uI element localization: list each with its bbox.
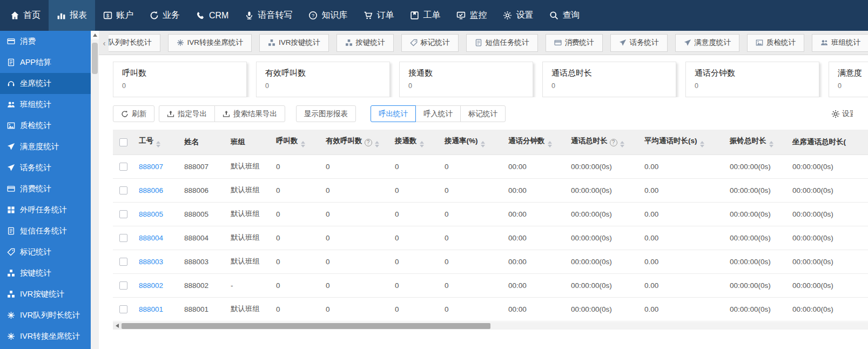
nav-item-orders[interactable]: 订单 — [355, 0, 402, 31]
cell-avg_duration: 0.00 — [640, 202, 725, 226]
sidebar-item-agent-stats[interactable]: 坐席统计 — [0, 73, 91, 94]
sort-control[interactable] — [481, 141, 485, 147]
agent-id-link[interactable]: 888007 — [139, 163, 163, 171]
nav-item-label: 语音转写 — [258, 10, 292, 21]
export-assigned-button[interactable]: 指定导出 — [159, 105, 215, 122]
table-settings-label: 设置 — [842, 109, 853, 119]
agent-id-link[interactable]: 888005 — [139, 210, 163, 218]
select-all-checkbox[interactable] — [119, 138, 127, 146]
sort-control[interactable] — [769, 141, 773, 147]
agent-id-link[interactable]: 888006 — [139, 186, 163, 194]
horizontal-scrollbar[interactable] — [113, 322, 868, 330]
row-checkbox[interactable] — [119, 305, 127, 313]
row-checkbox[interactable] — [119, 186, 127, 194]
scroll-up-button[interactable] — [91, 31, 99, 39]
view-tab-inbound[interactable]: 呼入统计 — [415, 105, 461, 122]
column-header-team: 班组 — [226, 130, 272, 155]
tab-ivr-transfer-agent[interactable]: IVR转接坐席统计 — [168, 34, 252, 52]
cell-text: 默认班组 — [231, 210, 260, 218]
stat-card-value: 0 — [122, 82, 238, 90]
cell-avg_duration: 0.00 — [640, 273, 725, 297]
tab-sms-task[interactable]: 短信任务统计 — [466, 34, 538, 52]
sidebar-item-ivr-queue-duration-stats[interactable]: IVR队列时长统计 — [0, 305, 91, 326]
sort-asc-icon — [620, 141, 624, 144]
tab-ivr-queue-duration[interactable]: IVR队列时长统计 — [109, 34, 160, 52]
nav-item-label: 设置 — [516, 10, 533, 21]
cell-name: 888002 — [180, 273, 226, 297]
horizontal-scrollbar-thumb[interactable] — [122, 323, 490, 329]
row-checkbox[interactable] — [119, 210, 127, 218]
tab-traffic[interactable]: 话务统计 — [610, 34, 668, 52]
show-graph-report-label: 显示图形报表 — [304, 109, 348, 119]
sort-control[interactable] — [156, 141, 160, 147]
agent-id-link[interactable]: 888004 — [139, 234, 163, 242]
sidebar-item-sms-task-stats[interactable]: 短信任务统计 — [0, 220, 91, 241]
sidebar-item-satisfaction-stats[interactable]: 满意度统计 — [0, 136, 91, 157]
cell-text: 0 — [276, 234, 280, 242]
view-tab-outbound[interactable]: 呼出统计 — [371, 105, 416, 122]
view-tab-tag[interactable]: 标记统计 — [460, 105, 506, 122]
sidebar-item-tag-stats[interactable]: 标记统计 — [0, 241, 91, 263]
export-search-results-button[interactable]: 搜索结果导出 — [214, 105, 285, 122]
sidebar-item-consumption[interactable]: 消费 — [0, 31, 91, 52]
help-icon[interactable]: ? — [365, 139, 372, 146]
agent-id-link[interactable]: 888001 — [139, 305, 163, 313]
cell-text: 00:00 — [508, 210, 527, 218]
sidebar-item-ivr-keypress-stats[interactable]: IVR按键统计 — [0, 284, 91, 305]
cell-team: 默认班组 — [226, 226, 272, 250]
tab-qc[interactable]: 质检统计 — [747, 34, 804, 52]
row-checkbox[interactable] — [119, 258, 127, 266]
tab-scroll-left-button[interactable]: ‹ — [100, 34, 109, 52]
view-tab-label: 呼入统计 — [423, 109, 453, 119]
row-checkbox[interactable] — [119, 281, 127, 290]
cell-text: 0.00 — [644, 186, 658, 194]
nav-item-home[interactable]: 首页 — [2, 0, 49, 31]
row-checkbox[interactable] — [119, 234, 127, 242]
tab-ivr-keypress[interactable]: IVR按键统计 — [259, 34, 329, 52]
sidebar-item-team-stats[interactable]: 班组统计 — [0, 94, 91, 115]
gear-icon — [503, 11, 512, 20]
nav-item-search[interactable]: 查询 — [541, 0, 588, 31]
show-graph-report-button[interactable]: 显示图形报表 — [296, 105, 356, 122]
ticket-icon — [410, 11, 419, 20]
nav-item-settings[interactable]: 设置 — [495, 0, 541, 31]
cell-text: 00:00:00(0s) — [571, 234, 612, 242]
tab-keypress[interactable]: 按键统计 — [337, 34, 394, 52]
tab-team[interactable]: 班组统计 — [812, 34, 868, 52]
nav-item-business[interactable]: 业务 — [142, 0, 188, 31]
sidebar-item-app-settlement[interactable]: APP结算 — [0, 52, 91, 73]
sidebar-item-ivr-transfer-agent-stats[interactable]: IVR转接坐席统计 — [0, 326, 91, 347]
agent-id-link[interactable]: 888003 — [139, 258, 163, 266]
nav-item-knowledge-base[interactable]: ?知识库 — [300, 0, 355, 31]
sidebar-item-outbound-task-stats[interactable]: 外呼任务统计 — [0, 199, 91, 220]
help-icon[interactable]: ? — [610, 139, 617, 146]
sort-control[interactable] — [301, 141, 305, 147]
nav-item-voice-transcription[interactable]: 语音转写 — [237, 0, 300, 31]
nav-item-work-orders[interactable]: 工单 — [402, 0, 448, 31]
tab-tag[interactable]: 标记统计 — [401, 34, 459, 52]
nav-item-monitoring[interactable]: 监控 — [448, 0, 495, 31]
sort-control[interactable] — [375, 141, 379, 147]
sidebar-item-qc-stats[interactable]: 质检统计 — [0, 115, 91, 136]
sort-control[interactable] — [420, 141, 424, 147]
agent-id-link[interactable]: 888002 — [139, 281, 163, 290]
table-settings-button[interactable]: 设置 — [831, 109, 853, 119]
sidebar-item-consumption-stats[interactable]: 消费统计 — [0, 178, 91, 199]
sort-control[interactable] — [620, 141, 624, 147]
nav-item-crm[interactable]: CRM — [188, 0, 237, 31]
sidebar-item-traffic-stats[interactable]: 话务统计 — [0, 157, 91, 178]
sort-control[interactable] — [548, 141, 552, 147]
sidebar-scrollbar[interactable] — [91, 31, 99, 349]
sidebar-scrollbar-thumb[interactable] — [92, 43, 98, 74]
cell-text: 888007 — [184, 163, 208, 171]
scroll-left-button[interactable] — [113, 322, 122, 330]
sidebar-item-keypress-stats[interactable]: 按键统计 — [0, 263, 91, 284]
tab-consumption[interactable]: 消费统计 — [546, 34, 603, 52]
nav-item-account[interactable]: $账户 — [95, 0, 142, 31]
sort-control[interactable] — [700, 141, 704, 147]
nav-item-reports[interactable]: 报表 — [49, 0, 95, 31]
row-checkbox[interactable] — [119, 163, 127, 171]
stats-table: 工号姓名班组呼叫数有效呼叫数?接通数接通率(%)通话分钟数通话总时长?平均通话时… — [113, 130, 868, 321]
refresh-button[interactable]: 刷新 — [113, 105, 154, 122]
tab-satisfaction[interactable]: 满意度统计 — [675, 34, 740, 52]
